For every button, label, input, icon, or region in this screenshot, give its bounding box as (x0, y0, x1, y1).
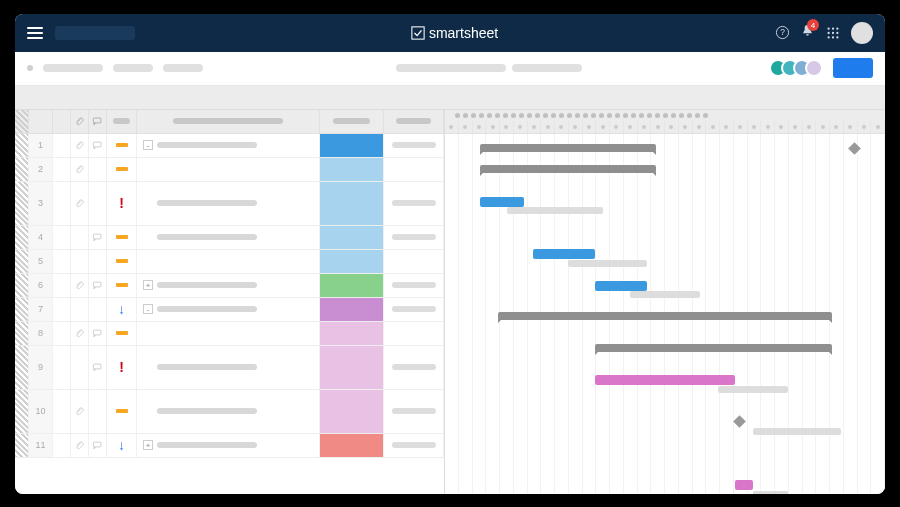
status-cell[interactable] (320, 322, 384, 345)
attach-cell[interactable] (71, 346, 89, 389)
task-cell[interactable]: - (137, 298, 320, 321)
attach-cell[interactable] (71, 250, 89, 273)
comment-cell[interactable] (89, 158, 107, 181)
grid-row[interactable]: 10 (15, 390, 444, 434)
gantt-bar[interactable] (480, 197, 524, 207)
task-cell[interactable]: + (137, 434, 320, 457)
grid-row[interactable]: 8 (15, 322, 444, 346)
gantt-bar[interactable] (595, 344, 833, 352)
rag-cell[interactable] (107, 250, 137, 273)
assignee-cell[interactable] (384, 226, 444, 249)
grid-row[interactable]: 1- (15, 134, 444, 158)
status-cell[interactable] (320, 346, 384, 389)
presence-avatars[interactable] (775, 59, 823, 77)
assignee-cell[interactable] (384, 298, 444, 321)
comment-cell[interactable] (89, 346, 107, 389)
rag-cell[interactable] (107, 322, 137, 345)
rag-cell[interactable] (107, 158, 137, 181)
assignee-cell[interactable] (384, 250, 444, 273)
gantt-bar[interactable] (718, 386, 788, 393)
assignee-cell[interactable] (384, 274, 444, 297)
rag-cell[interactable]: ! (107, 346, 137, 389)
menu-icon[interactable] (27, 27, 43, 39)
task-col-hdr[interactable] (137, 110, 320, 133)
rag-cell[interactable] (107, 226, 137, 249)
comment-cell[interactable] (89, 250, 107, 273)
app-launcher-icon[interactable] (825, 25, 841, 41)
assignee-cell[interactable] (384, 434, 444, 457)
attach-cell[interactable] (71, 134, 89, 157)
gantt-bar[interactable] (735, 480, 753, 490)
assignee-cell[interactable] (384, 182, 444, 225)
help-icon[interactable]: ? (774, 25, 790, 41)
attach-cell[interactable] (71, 226, 89, 249)
grid-row[interactable]: 3! (15, 182, 444, 226)
gantt-bar[interactable] (630, 291, 700, 298)
attach-col-hdr[interactable] (71, 110, 89, 133)
comment-cell[interactable] (89, 182, 107, 225)
assignee-cell[interactable] (384, 134, 444, 157)
rag-col-hdr[interactable] (107, 110, 137, 133)
user-avatar[interactable] (851, 22, 873, 44)
toolbar-item[interactable] (43, 64, 103, 72)
gantt-panel[interactable] (445, 110, 885, 494)
comment-cell[interactable] (89, 274, 107, 297)
notifications-button[interactable]: 4 (800, 23, 815, 42)
status-cell[interactable] (320, 250, 384, 273)
rag-cell[interactable]: ! (107, 182, 137, 225)
task-cell[interactable] (137, 158, 320, 181)
rag-cell[interactable] (107, 134, 137, 157)
task-cell[interactable] (137, 182, 320, 225)
attach-cell[interactable] (71, 434, 89, 457)
grid-row[interactable]: 6+ (15, 274, 444, 298)
status-cell[interactable] (320, 390, 384, 433)
status-cell[interactable] (320, 226, 384, 249)
gantt-body[interactable] (445, 134, 885, 494)
grid-row[interactable]: 7↓- (15, 298, 444, 322)
attach-cell[interactable] (71, 182, 89, 225)
gantt-bar[interactable] (568, 260, 647, 267)
assignee-cell[interactable] (384, 390, 444, 433)
status-cell[interactable] (320, 298, 384, 321)
gantt-bar[interactable] (595, 375, 736, 385)
task-cell[interactable] (137, 346, 320, 389)
assignee-cell[interactable] (384, 346, 444, 389)
gantt-bar[interactable] (480, 165, 656, 173)
sheet-title[interactable] (396, 64, 506, 72)
task-cell[interactable] (137, 250, 320, 273)
gantt-bar[interactable] (507, 207, 604, 214)
status-cell[interactable] (320, 434, 384, 457)
attach-cell[interactable] (71, 158, 89, 181)
grid-row[interactable]: 9! (15, 346, 444, 390)
status-cell[interactable] (320, 274, 384, 297)
gantt-bar[interactable] (753, 428, 841, 435)
grid-row[interactable]: 4 (15, 226, 444, 250)
gantt-bar[interactable] (595, 281, 648, 291)
assignee-cell[interactable] (384, 322, 444, 345)
grid-row[interactable]: 5 (15, 250, 444, 274)
grid-row[interactable]: 11↓+ (15, 434, 444, 458)
gantt-bar[interactable] (480, 144, 656, 152)
status-cell[interactable] (320, 134, 384, 157)
task-cell[interactable] (137, 226, 320, 249)
attach-cell[interactable] (71, 390, 89, 433)
comment-cell[interactable] (89, 322, 107, 345)
comment-col-hdr[interactable] (89, 110, 107, 133)
gantt-bar[interactable] (533, 249, 595, 259)
task-cell[interactable] (137, 390, 320, 433)
rag-cell[interactable]: ↓ (107, 434, 137, 457)
grid-row[interactable]: 2 (15, 158, 444, 182)
task-cell[interactable] (137, 322, 320, 345)
attach-cell[interactable] (71, 274, 89, 297)
toolbar-item[interactable] (163, 64, 203, 72)
status-col-hdr[interactable] (320, 110, 384, 133)
assignee-col-hdr[interactable] (384, 110, 444, 133)
comment-cell[interactable] (89, 226, 107, 249)
task-cell[interactable]: - (137, 134, 320, 157)
task-cell[interactable]: + (137, 274, 320, 297)
gantt-bar[interactable] (498, 312, 832, 320)
attach-cell[interactable] (71, 322, 89, 345)
rag-cell[interactable] (107, 274, 137, 297)
status-cell[interactable] (320, 182, 384, 225)
rag-cell[interactable] (107, 390, 137, 433)
